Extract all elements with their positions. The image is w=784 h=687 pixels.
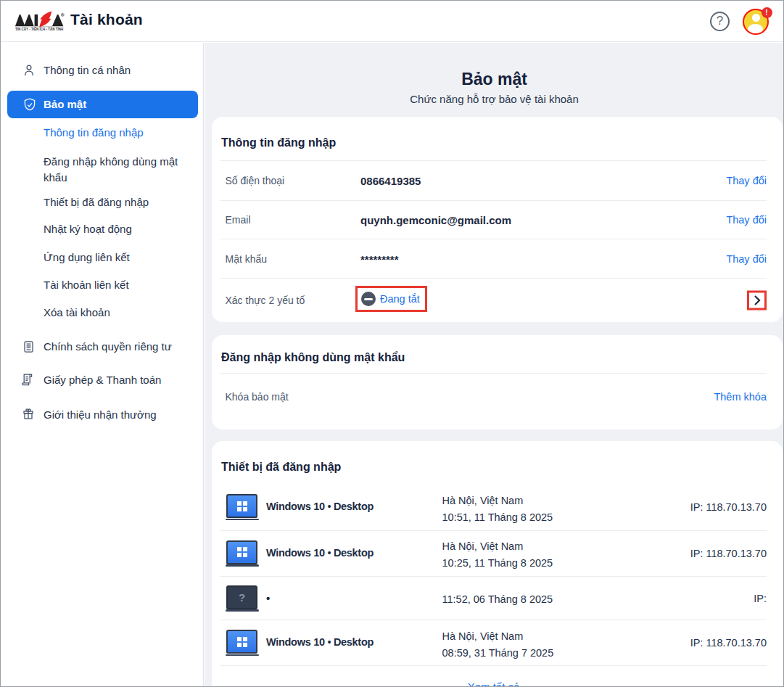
svg-text:R: R	[62, 14, 63, 17]
svg-text:TIN CẬY - TIỆN ÍCH - TẬN TÌNH: TIN CẬY - TIỆN ÍCH - TẬN TÌNH	[15, 26, 64, 31]
